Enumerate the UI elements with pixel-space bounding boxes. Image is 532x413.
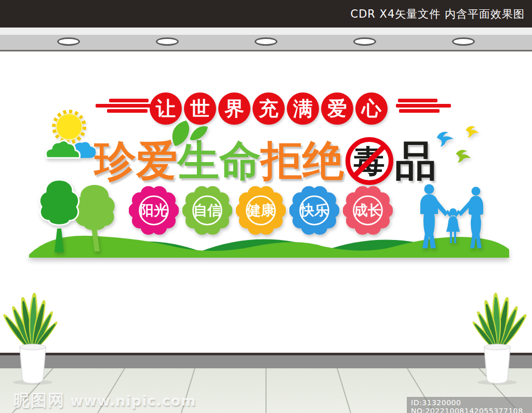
trees-icon [31, 176, 125, 254]
badge-happiness: 快乐 [289, 185, 339, 235]
slogan-circle: 心 [355, 92, 388, 125]
watermark-url: www.nipic.com [70, 393, 196, 409]
watermark-site: 昵图网 www.nipic.com [14, 390, 196, 411]
potted-plant-icon [466, 286, 529, 385]
watermark-logo: 昵图网 [14, 390, 65, 411]
main-title: 珍爱生命拒绝 毒 品 [95, 137, 436, 185]
slogan-circle: 充 [252, 92, 285, 125]
watermark-id-badge: ID:31320000 NO:20221008142055377108 [407, 397, 532, 413]
badge-sunshine: 阳光 [129, 185, 179, 235]
slogan-circle: 爱 [321, 92, 353, 125]
badge-label: 快乐 [289, 185, 339, 235]
ceiling-light-icon [255, 37, 277, 46]
slogan-circle: 界 [218, 92, 250, 125]
file-format-label: CDR X4矢量文件 内含平面效果图 [350, 7, 532, 21]
slogan-char: 爱 [327, 96, 347, 122]
badge-label: 健康 [236, 185, 286, 235]
top-info-bar: CDR X4矢量文件 内含平面效果图 [0, 0, 532, 28]
no-drugs-sign: 毒 [345, 137, 393, 185]
badge-label: 自信 [182, 185, 232, 235]
badge-confidence: 自信 [182, 185, 232, 235]
slogan-circle: 满 [287, 92, 319, 125]
badge-health: 健康 [236, 185, 286, 235]
ceiling-light-icon [353, 37, 376, 46]
birds-icon [434, 122, 491, 169]
leaf-sprout-icon [165, 119, 209, 146]
slogan-char: 界 [224, 96, 244, 122]
slogan-char: 满 [293, 96, 313, 122]
potted-plant-icon [1, 286, 64, 385]
ceiling-light-icon [156, 37, 179, 46]
family-icon [414, 183, 493, 250]
badge-row: 阳光 自信 [129, 185, 393, 235]
slogan-char: 心 [362, 96, 381, 122]
baseboard [0, 355, 532, 369]
slogan-char: 让 [156, 96, 176, 122]
decor-lines-right [395, 99, 451, 113]
decor-bar [109, 99, 149, 102]
decor-bar [396, 104, 451, 108]
decor-bar [107, 109, 148, 113]
decor-bar [399, 109, 440, 113]
ceiling-light-icon [57, 37, 80, 46]
slogan-char: 世 [190, 96, 210, 122]
badge-growth: 成长 [343, 185, 393, 235]
title-pin: 品 [395, 140, 436, 182]
clouds-icon [43, 136, 100, 162]
ceiling-trim [0, 28, 532, 35]
decor-bar [96, 104, 151, 108]
scene: CDR X4矢量文件 内含平面效果图 让 世 界 充 满 爱 心 珍爱生命拒绝 [0, 0, 532, 413]
slogan-char: 充 [259, 96, 278, 122]
decor-lines-left [96, 99, 152, 113]
title-refuse: 拒绝 [261, 140, 344, 182]
badge-label: 成长 [343, 185, 393, 235]
decor-bar [398, 99, 437, 102]
badge-label: 阳光 [129, 185, 179, 235]
title-life: 生命 [178, 140, 261, 182]
ceiling-light-icon [452, 37, 475, 46]
